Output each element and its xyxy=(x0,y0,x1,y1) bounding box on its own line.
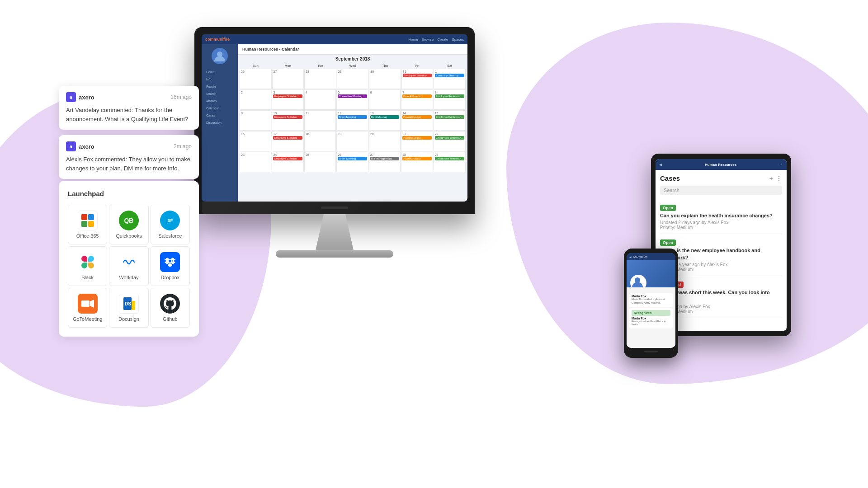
monitor-stand xyxy=(307,214,362,250)
case-badge-2: Open xyxy=(660,239,676,246)
case-item-1[interactable]: Open Can you explain the health insuranc… xyxy=(660,199,782,234)
notif-header-2: a axero 2m ago xyxy=(66,141,192,151)
phone-badge-recognized: Recognized xyxy=(632,310,670,316)
case-priority-1: Priority: Medium xyxy=(660,225,782,230)
office365-label: Office 365 xyxy=(76,233,99,239)
cases-add-button[interactable]: + xyxy=(769,175,773,182)
sidebar-item-info[interactable]: Info xyxy=(203,76,236,82)
phone-home-button[interactable] xyxy=(644,351,658,352)
office365-icon xyxy=(78,211,98,230)
svg-marker-1 xyxy=(90,300,94,308)
cases-menu-button[interactable]: ⋮ xyxy=(776,175,782,182)
case-priority-2: Priority: Medium xyxy=(660,267,782,272)
quickbooks-icon: QB xyxy=(119,211,139,230)
docusign-label: Docusign xyxy=(118,316,139,322)
case-question-3: My pay was short this week. Can you look… xyxy=(660,289,782,303)
sidebar-item-cases[interactable]: Cases xyxy=(203,113,236,118)
notif-time-1: 16m ago xyxy=(170,94,192,100)
notifications-panel: a axero 16m ago Art Vandelay commented: … xyxy=(59,86,199,179)
axero-logo-icon-2: a xyxy=(66,141,76,151)
case-badge-1: Open xyxy=(660,205,676,211)
nav-item-home[interactable]: Home xyxy=(408,38,418,42)
screen-section-header: Human Resources - Calendar xyxy=(238,44,467,55)
case-item-3[interactable]: Resolved My pay was short this week. Can… xyxy=(660,276,782,318)
workday-label: Workday xyxy=(119,275,138,280)
svg-rect-0 xyxy=(81,300,90,307)
monitor-base xyxy=(276,250,393,258)
docusign-icon: DS xyxy=(119,294,139,314)
calendar-grid: September 2018 Sun Mon Tue Wed Thu Fri S… xyxy=(238,55,467,174)
app-item-dropbox[interactable]: Dropbox xyxy=(151,246,190,286)
notif-brand-1: a axero xyxy=(66,92,94,102)
notif-header-1: a axero 16m ago xyxy=(66,92,192,102)
app-item-github[interactable]: Github xyxy=(151,288,190,328)
quickbooks-label: Quickbooks xyxy=(116,233,142,239)
screen-sidebar: Home Info People Search Articles Calenda… xyxy=(202,44,238,202)
sidebar-item-discussion[interactable]: Discussion xyxy=(203,120,236,126)
case-item-4[interactable]: Open How many vacation days do we get af… xyxy=(660,318,782,331)
cal-row-5: 23 24Employee Standup 25 26Team Meeting … xyxy=(240,152,466,172)
cal-header-row: Sun Mon Tue Wed Thu Fri Sat xyxy=(240,63,466,68)
svg-text:DS: DS xyxy=(125,301,131,306)
notification-card-1: a axero 16m ago Art Vandelay commented: … xyxy=(59,86,199,130)
sidebar-item-home[interactable]: Home xyxy=(203,69,236,75)
phone-frame: ◀ My Account Maria Fox Mari xyxy=(624,249,678,358)
app-item-quickbooks[interactable]: QB Quickbooks xyxy=(109,205,148,244)
launchpad-panel: Launchpad Office 365 QB Quickbooks xyxy=(59,181,199,337)
phone-messages: Maria Fox Maria Fox added a photo at Com… xyxy=(629,293,673,328)
nav-item-create[interactable]: Create xyxy=(437,38,448,42)
launchpad-grid: Office 365 QB Quickbooks SF Salesforce xyxy=(68,205,190,328)
case-item-2[interactable]: Open Where is the new employee handbook … xyxy=(660,234,782,276)
monitor-frame: communifire Home Browse Create Spaces xyxy=(194,27,475,214)
notif-body-1: Art Vandelay commented: Thanks for the a… xyxy=(66,106,192,123)
case-meta-3: 2 days ago by Alexis Fox xyxy=(660,304,782,309)
dropbox-label: Dropbox xyxy=(161,275,180,280)
sidebar-item-articles[interactable]: Articles xyxy=(203,98,236,104)
monitor-screen: communifire Home Browse Create Spaces xyxy=(202,34,467,202)
monitor-bezel xyxy=(202,202,467,214)
case-meta-1: Updated 2 days ago by Alexis Fox xyxy=(660,220,782,225)
nav-item-spaces[interactable]: Spaces xyxy=(452,38,464,42)
cal-row-2: 2 3Employee Standup 4 5Committee Meeting… xyxy=(240,89,466,110)
app-item-workday[interactable]: Workday xyxy=(109,246,148,286)
phone-profile-header xyxy=(627,260,675,287)
tablet-nav-icon: ⋮ xyxy=(779,163,783,167)
cases-title: Cases xyxy=(660,174,680,182)
phone-msg-text-1: Maria Fox added a photo at Company Army … xyxy=(632,298,670,305)
phone-avatar xyxy=(630,275,646,287)
case-meta-2: Updated a year ago by Alexis Fox xyxy=(660,262,782,267)
nav-item-browse[interactable]: Browse xyxy=(422,38,434,42)
phone-nav-back[interactable]: ◀ xyxy=(629,255,632,258)
screen-main: Human Resources - Calendar September 201… xyxy=(238,44,467,202)
notif-body-2: Alexis Fox commented: They allow you to … xyxy=(66,155,192,173)
case-priority-3: Priority: Medium xyxy=(660,309,782,314)
screen-content: Home Info People Search Articles Calenda… xyxy=(202,44,467,202)
case-question-2: Where is the new employee handbook and p… xyxy=(660,247,782,261)
phone-msg-name-2: Maria Fox xyxy=(632,317,670,320)
sidebar-item-search[interactable]: Search xyxy=(203,91,236,97)
phone-nav-title: My Account xyxy=(633,255,647,258)
cases-search[interactable]: Search xyxy=(660,186,782,195)
search-placeholder: Search xyxy=(664,188,679,193)
notif-time-2: 2m ago xyxy=(174,143,192,150)
sidebar-avatar xyxy=(212,48,228,64)
launchpad-title: Launchpad xyxy=(68,190,190,197)
app-item-salesforce[interactable]: SF Salesforce xyxy=(151,205,190,244)
phone-content: Maria Fox Maria Fox added a photo at Com… xyxy=(627,260,675,348)
axero-brand-name-1: axero xyxy=(79,94,94,101)
dropbox-icon xyxy=(160,252,180,272)
app-item-slack[interactable]: Slack xyxy=(68,246,107,286)
phone-msg-1: Maria Fox Maria Fox added a photo at Com… xyxy=(629,293,673,307)
notification-card-2: a axero 2m ago Alexis Fox commented: The… xyxy=(59,135,199,179)
app-item-docusign[interactable]: DS Docusign xyxy=(109,288,148,328)
axero-brand-name-2: axero xyxy=(79,143,94,150)
desktop-monitor: communifire Home Browse Create Spaces xyxy=(194,27,475,258)
salesforce-icon: SF xyxy=(160,211,180,230)
phone-msg-text-2: Recognized as Best Place to Work xyxy=(632,320,670,327)
tablet-nav-title: Human Resources xyxy=(705,163,736,167)
github-icon xyxy=(160,294,180,314)
app-item-office365[interactable]: Office 365 xyxy=(68,205,107,244)
sidebar-item-people[interactable]: People xyxy=(203,84,236,89)
sidebar-item-calendar[interactable]: Calendar xyxy=(203,105,236,111)
app-item-gotomeeting[interactable]: GoToMeeting xyxy=(68,288,107,328)
